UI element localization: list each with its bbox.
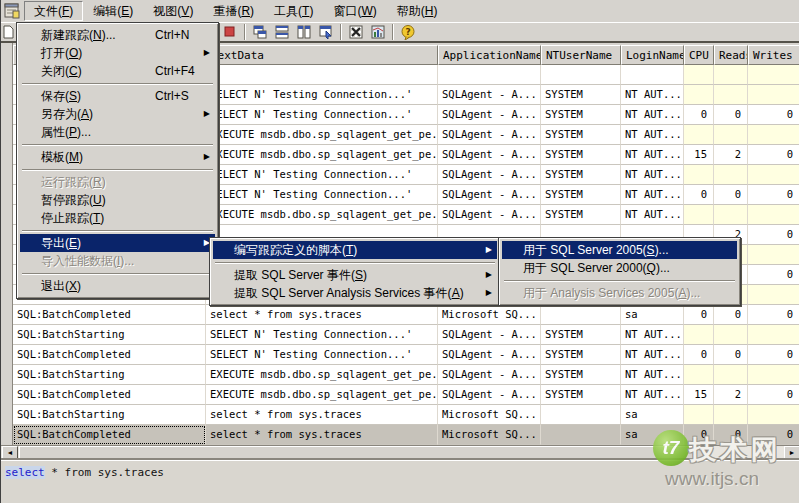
table-row[interactable]: SQL:BatchCompleted select * from sys.tra…: [13, 425, 799, 445]
menu-item-shortcut: Ctrl+F4: [155, 62, 195, 80]
menubar-item[interactable]: 窗口(W): [323, 1, 386, 21]
column-header[interactable]: Reads: [714, 45, 748, 65]
menu-item[interactable]: 退出(X): [20, 277, 215, 295]
menu-item[interactable]: 编写跟踪定义的脚本(T) ▶: [213, 241, 497, 259]
menu-item[interactable]: 属性(P)...: [20, 123, 215, 141]
menu-item[interactable]: 提取 SQL Server 事件(S) ▶: [213, 266, 497, 284]
menu-item[interactable]: 另存为(A) ▶: [20, 105, 215, 123]
column-header[interactable]: ApplicationName: [438, 45, 541, 65]
submenu-arrow-icon: ▶: [204, 105, 210, 123]
menu-item[interactable]: 导出(E) ▶: [20, 234, 215, 252]
export-submenu: 编写跟踪定义的脚本(T) ▶ 提取 SQL Server 事件(S) ▶ 提取 …: [209, 237, 501, 306]
cell-cpu: [684, 125, 714, 145]
toolbar-separator: [340, 24, 342, 40]
window-left-frame: [1, 43, 13, 445]
menu-separator: [20, 141, 215, 148]
cell-writes: [748, 125, 799, 145]
cell-writes: 0: [748, 185, 799, 205]
cell-cpu: 0: [684, 305, 714, 325]
menubar-item[interactable]: 工具(T): [264, 1, 323, 21]
cell-writes: 0: [748, 385, 799, 405]
cell-textdata: SELECT N' Testing Connection...': [206, 185, 438, 205]
cell-ntusername: SYSTEM: [541, 385, 621, 405]
app-icon[interactable]: [4, 3, 20, 19]
column-header[interactable]: TextData: [206, 45, 438, 65]
menu-item[interactable]: 用于 SQL Server 2000(Q)...: [502, 259, 737, 277]
horizontal-scrollbar[interactable]: ◄ ►: [1, 445, 799, 458]
menu-item[interactable]: 用于 SQL Server 2005(S)...: [502, 241, 737, 259]
column-header[interactable]: CPU: [684, 45, 714, 65]
menu-item[interactable]: 暂停跟踪(U): [20, 191, 215, 209]
cell-eventclass: SQL:BatchCompleted: [13, 425, 206, 445]
cell-writes: 0: [748, 265, 799, 285]
menu-separator: [213, 259, 497, 266]
cell-loginname: NT AUT...: [621, 85, 684, 105]
tile-vertical-button[interactable]: [293, 23, 315, 41]
window-arrange-button[interactable]: [315, 23, 337, 41]
column-header[interactable]: NTUserName: [541, 45, 621, 65]
menu-item[interactable]: 运行跟踪(R): [20, 173, 215, 191]
menu-separator: [20, 270, 215, 277]
cell-reads: 0: [714, 345, 748, 365]
column-header[interactable]: LoginName: [621, 45, 684, 65]
menu-item[interactable]: 提取 SQL Server Analysis Services 事件(A) ▶: [213, 284, 497, 302]
menubar-item[interactable]: 编辑(E): [83, 1, 143, 21]
menu-item[interactable]: 新建跟踪(N)... Ctrl+N: [20, 26, 215, 44]
cell-ntusername: SYSTEM: [541, 325, 621, 345]
menu-item[interactable]: 保存(S) Ctrl+S: [20, 87, 215, 105]
menu-item[interactable]: 打开(O) ▶: [20, 44, 215, 62]
cell-writes: 0: [748, 105, 799, 125]
cell-textdata: select * from sys.traces: [206, 405, 438, 425]
tile-horizontal-button[interactable]: [271, 23, 293, 41]
table-row[interactable]: SQL:BatchStarting EXECUTE msdb.dbo.sp_sq…: [13, 365, 799, 385]
table-row[interactable]: SQL:BatchCompleted SELECT N' Testing Con…: [13, 345, 799, 365]
cell-reads: [714, 165, 748, 185]
clear-trace-button[interactable]: [345, 23, 367, 41]
menu-item[interactable]: 关闭(C) Ctrl+F4: [20, 62, 215, 80]
cell-cpu: [684, 405, 714, 425]
menu-item-label: 另存为(A): [41, 107, 93, 121]
menu-item[interactable]: 模板(M) ▶: [20, 148, 215, 166]
cell-cpu: [684, 65, 714, 85]
table-row[interactable]: SQL:BatchStarting select * from sys.trac…: [13, 405, 799, 425]
chart-button[interactable]: [367, 23, 389, 41]
new-trace-icon: [2, 25, 14, 39]
menubar-item[interactable]: 帮助(H): [387, 1, 448, 21]
cell-writes: [748, 325, 799, 345]
cell-applicationname: SQLAgent - A...: [438, 385, 541, 405]
menubar-item[interactable]: 文件(F): [24, 1, 83, 21]
menu-item-label: 提取 SQL Server 事件(S): [234, 268, 367, 282]
cell-applicationname: SQLAgent - A...: [438, 365, 541, 385]
help-button[interactable]: ?: [397, 23, 419, 41]
menubar-item[interactable]: 重播(R): [203, 1, 264, 21]
menu-item[interactable]: 导入性能数据(I)...: [20, 252, 215, 270]
table-row[interactable]: SQL:BatchCompleted select * from sys.tra…: [13, 305, 799, 325]
cell-ntusername: SYSTEM: [541, 105, 621, 125]
cell-applicationname: SQLAgent - A...: [438, 125, 541, 145]
cell-ntusername: [541, 65, 621, 85]
menu-item-label: 属性(P)...: [41, 125, 91, 139]
table-row[interactable]: SQL:BatchStarting SELECT N' Testing Conn…: [13, 325, 799, 345]
table-row[interactable]: SQL:BatchCompleted EXECUTE msdb.dbo.sp_s…: [13, 385, 799, 405]
cascade-windows-button[interactable]: [249, 23, 271, 41]
menu-item-label: 新建跟踪(N)...: [41, 28, 116, 42]
cell-ntusername: SYSTEM: [541, 145, 621, 165]
menubar-item[interactable]: 视图(V): [143, 1, 203, 21]
menu-item-label: 导入性能数据(I)...: [41, 254, 134, 268]
menu-item-label: 打开(O): [41, 46, 82, 60]
menu-item-label: 关闭(C): [41, 64, 82, 78]
cell-writes: 0: [748, 225, 799, 245]
cell-writes: 0: [748, 145, 799, 165]
cell-ntusername: [541, 305, 621, 325]
menu-item[interactable]: 停止跟踪(T): [20, 209, 215, 227]
menu-item-label: 编写跟踪定义的脚本(T): [234, 243, 357, 257]
cell-ntusername: [541, 405, 621, 425]
menu-item[interactable]: 用于 Analysis Services 2005(A)...: [502, 284, 737, 302]
new-trace-button[interactable]: [1, 23, 15, 41]
stop-trace-button[interactable]: [219, 23, 241, 41]
cell-applicationname: [438, 65, 541, 85]
cell-textdata: SELECT N' Testing Connection...': [206, 85, 438, 105]
cell-loginname: NT AUT...: [621, 205, 684, 225]
submenu-arrow-icon: ▶: [486, 284, 492, 302]
column-header[interactable]: Writes: [748, 45, 799, 65]
